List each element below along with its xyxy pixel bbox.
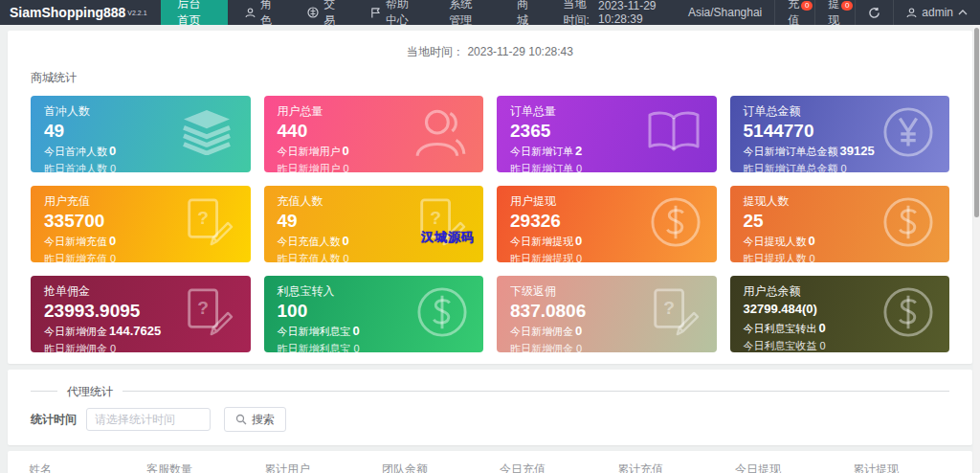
- nav-item-4[interactable]: 帮助中心: [353, 0, 432, 25]
- stat-card: 抢单佣金 23993.9095 今日新增佣金144.7625 昨日新增佣金 0 …: [31, 276, 251, 352]
- dollar-icon: [882, 286, 934, 342]
- table-header-row: 姓名客服数量累计用户团队余额今日充值累计充值今日提现累计提现: [19, 453, 961, 473]
- timezone-display: Asia/Shanghai: [676, 0, 774, 25]
- book-icon: [646, 110, 702, 158]
- card-yesterday-line: 昨日充值人数 0: [278, 252, 471, 262]
- vertical-scrollbar: [973, 25, 980, 473]
- table-header-cell: 姓名: [19, 453, 137, 473]
- card-yesterday-line: 昨日新增订单总金额 0: [744, 162, 937, 172]
- stat-card: 利息宝转入 100 今日新增利息宝0 昨日新增利息宝 0: [264, 276, 484, 352]
- table-header-cell: 团队余额: [372, 453, 490, 473]
- recharge-notice-button[interactable]: 充值 0: [774, 0, 814, 25]
- brand-version: V2.2.1: [127, 10, 146, 16]
- svg-text:?: ?: [197, 208, 209, 228]
- table-header-cell: 累计用户: [255, 453, 372, 473]
- watermark: 汉城源码: [421, 229, 475, 246]
- stat-card: 充值人数 49 今日充值人数0 昨日充值人数 0 ?: [264, 186, 484, 262]
- search-button[interactable]: 搜索: [224, 407, 286, 432]
- table-header-cell: 今日充值: [490, 453, 608, 473]
- layers-icon: [178, 109, 235, 159]
- nav-item-2[interactable]: 角色: [228, 0, 290, 25]
- agent-table-panel: 姓名客服数量累计用户团队余额今日充值累计充值今日提现累计提现 scb001000…: [8, 451, 972, 473]
- withdraw-badge: 0: [841, 1, 853, 11]
- top-navbar: SiamShopping888 V2.2.1 后台首页角色交易帮助中心系统管理商…: [0, 0, 980, 25]
- svg-text:?: ?: [663, 298, 675, 318]
- nav-item-label: 帮助中心: [386, 0, 414, 29]
- table-header-cell: 今日提现: [725, 453, 843, 473]
- yen-icon: [882, 106, 934, 162]
- stat-card: 用户提现 29326 今日新增提现0 昨日新增提现 0: [497, 186, 717, 262]
- dollar-icon: [416, 286, 468, 342]
- chevron-up-icon: [958, 10, 968, 15]
- withdraw-notice-button[interactable]: 提现 0: [814, 0, 855, 25]
- refresh-button[interactable]: [855, 0, 893, 25]
- nav-item-5[interactable]: 系统管理: [432, 0, 500, 25]
- table-header-cell: 客服数量: [137, 453, 255, 473]
- table-header-cell: 累计提现: [843, 453, 961, 473]
- card-yesterday-line: 昨日新增订单 0: [510, 162, 703, 172]
- card-yesterday-line: 昨日新增用户 0: [278, 162, 471, 172]
- local-time-display: 当地时间: 2023-11-29 10:28:39: [550, 0, 675, 25]
- agent-section-title: 代理统计: [57, 384, 122, 400]
- stat-card: 用户总量 440 今日新增用户0 昨日新增用户 0: [264, 96, 484, 172]
- user-icon: [906, 8, 917, 18]
- users-icon: [412, 106, 468, 162]
- refresh-icon: [868, 7, 880, 19]
- stat-card: 下级返佣 837.0806 今日新增佣金0 昨日新增佣金 0 ?: [497, 276, 717, 352]
- card-yesterday-line: 昨日新增提现 0: [510, 252, 703, 262]
- stats-section-title: 商城统计: [31, 70, 957, 86]
- card-yesterday-line: 昨日新增佣金 0: [44, 342, 237, 352]
- page-local-time: 当地时间： 2023-11-29 10:28:43: [23, 38, 957, 68]
- dollar-icon: [882, 196, 934, 252]
- navbar-right: 当地时间: 2023-11-29 10:28:39 Asia/Shanghai …: [550, 0, 980, 25]
- stat-time-label: 统计时间: [31, 412, 77, 428]
- agent-table: 姓名客服数量累计用户团队余额今日充值累计充值今日提现累计提现 scb001000…: [19, 453, 961, 473]
- card-yesterday-line: 昨日首冲人数 0: [44, 162, 237, 172]
- agent-stats-panel: 代理统计 统计时间 搜索: [8, 370, 972, 445]
- brand-name: SiamShopping888: [10, 5, 125, 20]
- nav-item-label: 交易: [323, 0, 336, 29]
- doc-question-icon: ?: [178, 197, 235, 251]
- nav-item-label: 角色: [260, 0, 273, 29]
- stat-card: 用户总余额 32799.484(0) 今日利息宝转出0 今日利息宝收益 0: [730, 276, 950, 352]
- stat-card: 提现人数 25 今日提现人数0 昨日提现人数 0: [730, 186, 950, 262]
- svg-text:?: ?: [430, 208, 441, 228]
- table-header-cell: 累计充值: [608, 453, 725, 473]
- stat-card: 首冲人数 49 今日首冲人数0 昨日首冲人数 0: [31, 96, 251, 172]
- username: admin: [922, 6, 953, 19]
- brand-logo[interactable]: SiamShopping888 V2.2.1: [0, 0, 161, 25]
- nav-item-label: 系统管理: [449, 0, 482, 29]
- nav-item-label: 后台首页: [178, 0, 212, 29]
- stat-time-input[interactable]: [86, 408, 211, 431]
- navbar-time: 2023-11-29 10:28:39: [598, 0, 663, 26]
- doc-question-icon: ?: [178, 287, 235, 341]
- stats-cards: 首冲人数 49 今日首冲人数0 昨日首冲人数 0 用户总量 440 今日新增用户…: [23, 96, 957, 358]
- card-yesterday-line: 昨日新增利息宝 0: [278, 342, 471, 352]
- agent-section-divider: 代理统计: [31, 391, 949, 392]
- stat-card: 订单总金额 5144770 今日新增订单总金额39125 昨日新增订单总金额 0: [730, 96, 950, 172]
- flag-icon: [370, 8, 381, 18]
- nav-item-label: 商城: [517, 0, 533, 29]
- search-icon: [235, 414, 247, 425]
- dollar-icon: [650, 196, 702, 252]
- doc-question-icon: ?: [644, 287, 702, 341]
- card-yesterday-line: 昨日新增充值 0: [44, 252, 237, 262]
- stats-panel: 当地时间： 2023-11-29 10:28:43 商城统计 首冲人数 49 今…: [8, 31, 972, 364]
- stat-card: 订单总量 2365 今日新增订单2 昨日新增订单 0: [497, 96, 717, 172]
- scrollbar-thumb[interactable]: [974, 28, 979, 217]
- card-yesterday-line: 昨日新增佣金 0: [510, 342, 703, 352]
- user-icon: [245, 8, 256, 18]
- stat-card: 用户充值 335700 今日新增充值0 昨日新增充值 0 ?: [31, 186, 251, 262]
- transaction-icon: [307, 7, 319, 18]
- main-menu: 后台首页角色交易帮助中心系统管理商城: [161, 0, 551, 25]
- nav-item-3[interactable]: 交易: [290, 0, 353, 25]
- recharge-badge: 0: [801, 1, 813, 11]
- card-yesterday-line: 昨日提现人数 0: [744, 252, 937, 262]
- nav-item-6[interactable]: 商城: [500, 0, 550, 25]
- nav-item-1[interactable]: 后台首页: [161, 0, 229, 25]
- agent-filter-row: 统计时间 搜索: [31, 407, 949, 432]
- svg-text:?: ?: [197, 298, 209, 318]
- user-dropdown[interactable]: admin: [893, 0, 980, 25]
